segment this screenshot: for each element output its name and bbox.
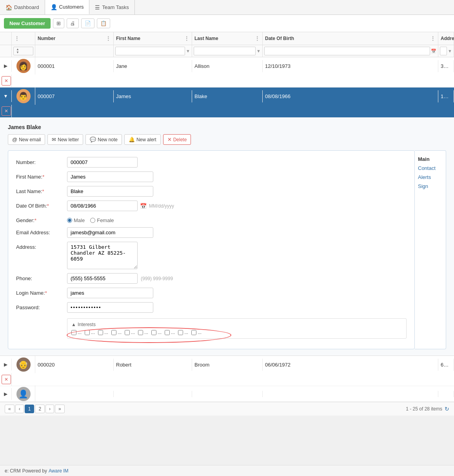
tab-customers[interactable]: 👤 Customers [45,0,90,15]
address-r3: 624 Prairie St Augusta IL 62311-... [438,359,454,371]
col-number: Number ⋮ [35,32,114,45]
input-phone-primary[interactable] [67,273,138,284]
page-last-button[interactable]: » [55,405,65,413]
number-spinners[interactable]: ▲ ▼ [16,48,19,54]
lastname-col-dots[interactable]: ⋮ [254,35,260,42]
action-buttons: @ New email ✉ New letter 💬 New note 🔔 Ne… [8,134,446,145]
expand-arrow-r1[interactable]: ▶ [0,60,12,72]
letter-icon: ✉ [52,137,56,142]
address-filter-input[interactable] [440,47,447,55]
interest-cb-2[interactable] [85,330,90,335]
interest-cb-3[interactable] [98,330,103,335]
last-name-filter-input[interactable] [194,47,256,55]
col-first-name: First Name ⋮ [114,32,192,45]
number-r3: 000020 [35,359,114,371]
sidebar-item-sign[interactable]: Sign [418,182,443,191]
spinner-down[interactable]: ▼ [16,51,19,54]
input-number[interactable] [67,157,138,168]
table-row[interactable]: ▶ 👩 000001 Jane Allison 12/10/1973 321 N… [0,57,454,88]
refresh-icon[interactable]: ↻ [445,406,449,412]
dob-filter-icon[interactable]: 📅 [431,49,436,54]
input-address[interactable]: 15731 Gilbert Chandler AZ 85225-6059 [67,242,138,269]
delete-button-r3[interactable]: ✕ [2,375,11,384]
input-dob[interactable] [67,201,138,211]
page-next-button[interactable]: › [45,405,54,413]
interest-cb-7[interactable] [151,330,156,335]
interest-cb-9[interactable] [178,330,183,335]
new-customer-button[interactable]: New Customer [4,18,51,29]
gender-female-radio[interactable] [90,218,95,223]
filter-dob[interactable]: 📅 [263,45,438,57]
gender-male-label[interactable]: Male [67,217,85,223]
number-col-menu[interactable]: ⋮ [14,35,20,42]
first-name-r3: Robert [114,359,192,371]
table-row[interactable]: ▶ 👤 [0,386,454,402]
dob-r2: 08/08/1966 [263,90,438,102]
import-button[interactable]: 📋 [97,18,110,28]
input-first-name[interactable] [67,171,153,182]
last-name-filter-icon[interactable]: ▼ [256,49,261,53]
number-col-dots[interactable]: ⋮ [105,35,111,42]
interest-cb-8[interactable] [165,330,170,335]
print-button[interactable]: 🖨 [67,18,79,28]
export-button[interactable]: 📄 [81,18,94,28]
dashboard-icon: 🏠 [5,4,12,11]
input-login[interactable] [67,288,153,298]
first-name-r4 [114,391,192,397]
gender-male-radio[interactable] [67,218,72,223]
delete-button-r2[interactable]: ✕ [2,106,11,116]
filter-expand [0,45,12,57]
input-password[interactable] [67,302,153,313]
gender-female-label[interactable]: Female [90,217,114,223]
filter-address[interactable]: ▼ [438,45,454,57]
dob-col-dots[interactable]: ⋮ [430,35,436,42]
new-email-button[interactable]: @ New email [8,134,45,145]
interest-cb-4[interactable] [111,330,116,335]
dob-r4 [263,391,438,397]
sidebar-item-contact[interactable]: Contact [418,164,443,173]
expand-arrow-r3[interactable]: ▶ [0,359,12,370]
firstname-col-dots[interactable]: ⋮ [184,35,189,42]
dob-r1: 12/10/1973 [263,60,438,72]
interest-cb-1[interactable] [71,330,76,335]
interest-cb-10[interactable] [191,330,196,335]
first-name-filter-input[interactable] [115,47,185,55]
last-name-r3: Broom [192,359,263,371]
new-note-button[interactable]: 💬 New note [85,134,122,145]
dob-filter-input[interactable] [264,47,430,55]
sidebar-item-alerts[interactable]: Alerts [418,173,443,182]
label-password: Password: [16,302,67,310]
delete-button-r1[interactable]: ✕ [2,76,11,86]
first-name-filter-icon[interactable]: ▼ [186,49,190,53]
table-row[interactable]: ▶ 👴 000020 Robert Broom 06/06/1972 624 P… [0,356,454,386]
sidebar-item-main: Main [418,155,443,164]
delete-action-button[interactable]: ✕ Delete [163,134,191,145]
label-interests [16,317,67,319]
new-letter-button[interactable]: ✉ New letter [47,134,83,145]
label-email: Email Address: [16,227,67,235]
calendar-icon[interactable]: 📅 [140,203,147,209]
number-r2: 000007 [35,90,114,102]
filter-first-name[interactable]: ▼ [114,45,192,57]
tab-team-tasks[interactable]: ☰ Team Tasks [89,0,134,15]
page-2-button[interactable]: 2 [35,405,45,413]
input-last-name[interactable] [67,186,153,197]
grid-view-button[interactable]: ⊞ [53,18,64,28]
table-row[interactable]: ▼ 👨 000007 James Blake 08/08/1966 15731 … [0,88,454,118]
interest-cb-6[interactable] [138,330,143,335]
tab-dashboard[interactable]: 🏠 Dashboard [0,0,45,15]
list-item: ... [71,330,82,335]
form-area: Number: First Name:* Last Name:* [8,150,446,349]
page-first-button[interactable]: « [5,405,15,413]
page-1-button[interactable]: 1 [25,405,35,413]
interests-collapse-icon[interactable]: ▲ [71,322,76,327]
address-filter-icon[interactable]: ▼ [448,49,452,53]
filter-last-name[interactable]: ▼ [192,45,263,57]
input-email[interactable] [67,227,153,238]
expand-arrow-r4[interactable]: ▶ [0,388,12,400]
number-r4 [35,391,114,397]
new-alert-button[interactable]: 🔔 New alert [124,134,161,145]
page-prev-button[interactable]: ‹ [15,405,24,413]
expand-arrow-r2[interactable]: ▼ [0,90,12,102]
interest-cb-5[interactable] [125,330,130,335]
